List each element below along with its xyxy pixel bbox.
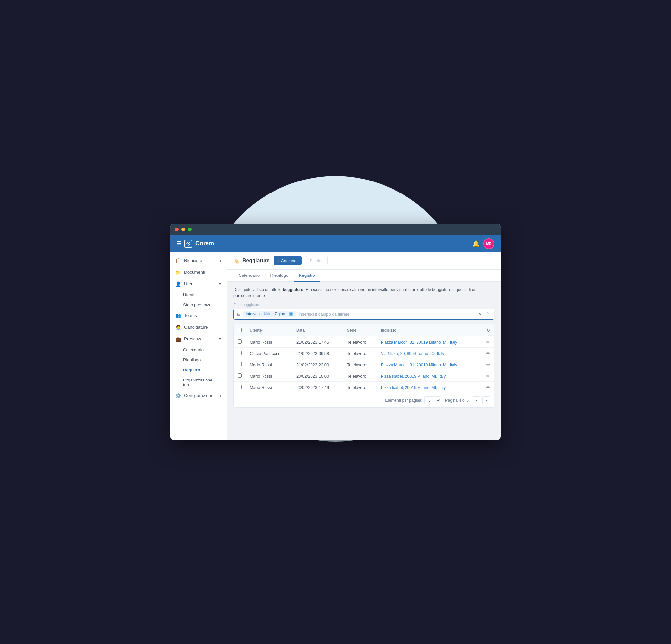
row-checkbox[interactable] (238, 374, 242, 378)
sidebar-item-configurazione[interactable]: ⚙️ Configurazione › (170, 390, 227, 402)
prev-page-button[interactable]: ‹ (473, 396, 480, 404)
sidebar-sub-item-registro[interactable]: Registro (183, 365, 227, 375)
row-edit-cell: ✏ (482, 348, 494, 359)
row-data: 23/02/2023 17:49 (292, 382, 343, 393)
utenti-submenu: Utenti Stato presenza (170, 290, 227, 310)
col-sede: Sede (343, 325, 377, 337)
row-checkbox[interactable] (238, 339, 242, 343)
row-checkbox-cell (234, 337, 246, 348)
delete-button[interactable]: Elimina (306, 256, 328, 265)
row-data: 21/02/2023 09:58 (292, 348, 343, 359)
select-all-checkbox[interactable] (238, 328, 242, 332)
row-indirizzo[interactable]: Piazza Marconi 31, 20019 Milano, MI, Ita… (377, 359, 482, 370)
row-checkbox-cell (234, 382, 246, 393)
row-sede: Telelavoro (343, 370, 377, 382)
row-utente: Mario Rossi (246, 337, 292, 348)
add-button[interactable]: + Aggiungi (274, 256, 302, 265)
edit-icon[interactable]: ✏ (486, 362, 490, 367)
row-indirizzo[interactable]: Via Nizza, 20, 8054 Torino TO, Italy (377, 348, 482, 359)
filter-chip-close-button[interactable]: × (289, 312, 293, 316)
richieste-icon: 📋 (175, 258, 181, 263)
col-checkbox (234, 325, 246, 337)
row-indirizzo[interactable]: Pizza Isabel, 20019 Milano, MI, Italy (377, 382, 482, 393)
filter-input-placeholder[interactable]: Inserisci il campo da filtrare (299, 312, 474, 317)
sidebar-label-documenti: Documenti (184, 270, 205, 275)
maximize-dot[interactable] (188, 228, 192, 231)
user-avatar[interactable]: MR (483, 238, 494, 249)
row-checkbox[interactable] (238, 362, 242, 366)
table-row: Mario Rossi 23/02/2023 10:00 Telelavoro … (234, 370, 494, 382)
sidebar: 📋 Richieste › 📁 Documenti › 👤 Utenti ∨ U… (170, 252, 227, 440)
row-sede: Telelavoro (343, 359, 377, 370)
edit-icon[interactable]: ✏ (486, 374, 490, 379)
beggiature-table: Utente Data Sede Indirizzo ↻ (234, 325, 494, 393)
close-dot[interactable] (175, 228, 179, 231)
sidebar-label-configurazione: Configurazione (184, 393, 214, 398)
sidebar-item-utenti[interactable]: 👤 Utenti ∨ (170, 278, 227, 290)
titlebar (170, 224, 501, 235)
table-row: Mario Rossi 23/02/2023 17:49 Telelavoro … (234, 382, 494, 393)
app-header: ☰ Corem 🔔 MR (170, 235, 501, 252)
row-checkbox[interactable] (238, 385, 242, 389)
row-data: 21/02/2023 22:00 (292, 359, 343, 370)
chevron-right-icon: › (220, 394, 221, 398)
minimize-dot[interactable] (181, 228, 185, 231)
configurazione-icon: ⚙️ (175, 393, 181, 398)
candidature-icon: 🧑‍💼 (175, 325, 181, 330)
sidebar-sub-item-organizzazione-turni[interactable]: Organizzazione turni (183, 375, 227, 390)
row-indirizzo[interactable]: Piazza Marconi 31, 20019 Milano, MI, Ita… (377, 337, 482, 348)
table-body: Mario Rossi 21/02/2023 17:45 Telelavoro … (234, 337, 494, 393)
hamburger-icon[interactable]: ☰ (177, 240, 181, 247)
row-data: 23/02/2023 10:00 (292, 370, 343, 382)
row-sede: Telelavoro (343, 348, 377, 359)
row-checkbox[interactable] (238, 351, 242, 355)
table-row: Mario Rossi 21/02/2023 17:45 Telelavoro … (234, 337, 494, 348)
row-edit-cell: ✏ (482, 382, 494, 393)
notification-bell-icon[interactable]: 🔔 (472, 240, 479, 247)
sidebar-sub-item-utenti[interactable]: Utenti (183, 290, 227, 300)
row-checkbox-cell (234, 359, 246, 370)
address-link[interactable]: Piazza Marconi 31, 20019 Milano, MI, Ita… (381, 363, 457, 367)
edit-icon[interactable]: ✏ (486, 385, 490, 390)
main-layout: 📋 Richieste › 📁 Documenti › 👤 Utenti ∨ U… (170, 252, 501, 440)
app-window: ☰ Corem 🔔 MR 📋 Richieste › 📁 (170, 224, 501, 440)
presenze-submenu: Calendario Riepilogo Registro Organizzaz… (170, 345, 227, 390)
row-indirizzo[interactable]: Pizza Isabel, 20019 Milano, MI, Italy (377, 370, 482, 382)
edit-icon[interactable]: ✏ (486, 339, 490, 344)
tab-registro[interactable]: Registro (294, 270, 320, 282)
next-page-button[interactable]: › (482, 396, 490, 404)
utenti-icon: 👤 (175, 281, 181, 287)
sidebar-label-candidature: Candidature (184, 325, 208, 330)
sidebar-sub-item-stato-presenza[interactable]: Stato presenza (183, 300, 227, 310)
per-page-select[interactable]: 5 10 25 (424, 396, 441, 404)
address-link[interactable]: Pizza Isabel, 20019 Milano, MI, Italy (381, 374, 446, 379)
sidebar-item-teams[interactable]: 👥 Teams (170, 310, 227, 321)
row-edit-cell: ✏ (482, 370, 494, 382)
per-page-control: Elementi per pagina: 5 10 25 (385, 396, 441, 404)
col-indirizzo: Indirizzo (377, 325, 482, 337)
per-page-label: Elementi per pagina: (385, 398, 422, 403)
tabs-bar: Calendario Riepilogo Registro (227, 270, 501, 282)
sidebar-item-richieste[interactable]: 📋 Richieste › (170, 255, 227, 266)
sidebar-label-utenti: Utenti (184, 281, 195, 286)
presenze-icon: 💼 (175, 337, 181, 342)
address-link[interactable]: Pizza Isabel, 20019 Milano, MI, Italy (381, 386, 446, 390)
col-actions: ↻ (482, 325, 494, 337)
address-link[interactable]: Piazza Marconi 31, 20019 Milano, MI, Ita… (381, 340, 457, 344)
main-content: 🏷️ Beggiature + Aggiungi Elimina Calenda… (227, 252, 501, 440)
address-link[interactable]: Via Nizza, 20, 8054 Torino TO, Italy (381, 351, 444, 356)
sidebar-item-documenti[interactable]: 📁 Documenti › (170, 266, 227, 278)
filter-help-button[interactable]: ? (485, 311, 491, 317)
filter-bar: ⊟ Intervallo: Ultimi 7 giorni × Inserisc… (233, 308, 494, 319)
chevron-right-icon: › (220, 270, 221, 274)
tab-riepilogo[interactable]: Riepilogo (265, 270, 293, 282)
sidebar-sub-item-calendario[interactable]: Calendario (183, 345, 227, 355)
chevron-down-icon: ∨ (219, 282, 221, 286)
sidebar-sub-item-riepilogo[interactable]: Riepilogo (183, 355, 227, 365)
filter-clear-button[interactable]: × (477, 311, 483, 317)
refresh-icon[interactable]: ↻ (486, 328, 490, 333)
tab-calendario[interactable]: Calendario (233, 270, 265, 282)
sidebar-item-candidature[interactable]: 🧑‍💼 Candidature (170, 321, 227, 333)
sidebar-item-presenze[interactable]: 💼 Presenze ∨ (170, 333, 227, 345)
edit-icon[interactable]: ✏ (486, 351, 490, 356)
